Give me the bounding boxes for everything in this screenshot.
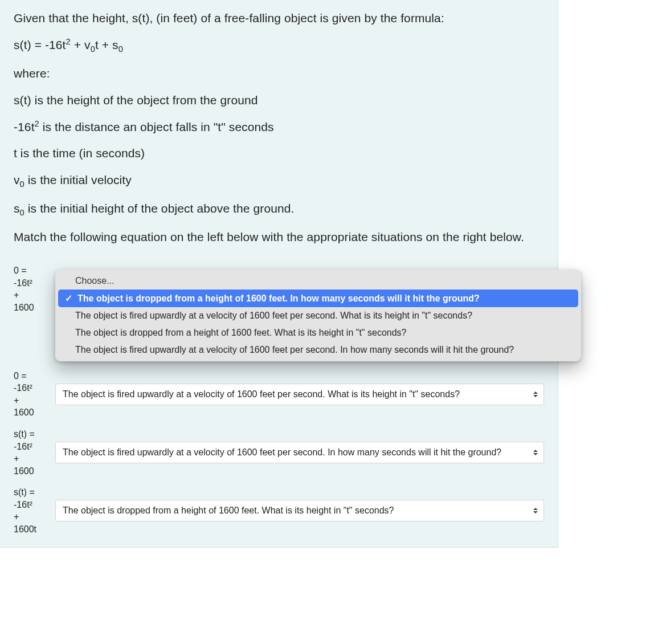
dropdown-option-label: The object is dropped from a height of 1… [75,328,406,338]
question-def-s0: s0 is the initial height of the object a… [14,201,544,219]
check-icon: ✓ [64,293,73,304]
question-formula: s(t) = -16t2 + v0t + s0 [14,36,544,55]
dropdown-option[interactable]: The object is fired upwardly at a veloci… [58,341,578,358]
question-def-v0: v0 is the initial velocity [14,172,544,190]
dropdown-option-label: Choose... [75,276,114,286]
dropdown-option-label: The object is dropped from a height of 1… [77,294,480,304]
match-row: s(t) = -16t² + 1600t The object is dropp… [14,486,544,535]
match-row: 0 = -16t² + 1600 Choose... ✓ The object … [14,264,544,313]
dropdown-select[interactable]: The object is fired upwardly at a veloci… [55,442,544,463]
question-intro: Given that the height, s(t), (in feet) o… [14,10,544,26]
matching-area: 0 = -16t² + 1600 Choose... ✓ The object … [14,264,544,536]
question-def-t: t is the time (in seconds) [14,145,544,161]
dropdown-option[interactable]: The object is dropped from a height of 1… [58,324,578,341]
question-panel: Given that the height, s(t), (in feet) o… [0,0,558,548]
dropdown-selected-value: The object is dropped from a height of 1… [63,506,394,516]
question-instruction: Match the following equation on the left… [14,229,544,245]
equation-label: 0 = -16t² + 1600 [14,370,45,419]
dropdown-option-placeholder[interactable]: Choose... [58,272,578,290]
chevron-updown-icon [533,508,538,513]
dropdown-selected-value: The object is fired upwardly at a veloci… [63,447,501,458]
dropdown-option[interactable]: The object is fired upwardly at a veloci… [58,307,578,324]
dropdown-selected-value: The object is fired upwardly at a veloci… [63,389,460,400]
question-where-label: where: [14,66,544,81]
equation-label: 0 = -16t² + 1600 [14,264,45,313]
question-text: Given that the height, s(t), (in feet) o… [14,10,544,245]
dropdown-menu[interactable]: Choose... ✓ The object is dropped from a… [55,270,581,361]
dropdown-select[interactable]: The object is dropped from a height of 1… [55,500,544,521]
equation-label: s(t) = -16t² + 1600 [14,428,45,477]
chevron-updown-icon [533,450,538,455]
question-def-s: s(t) is the height of the object from th… [14,92,544,108]
match-row: 0 = -16t² + 1600 The object is fired upw… [14,370,544,419]
equation-label: s(t) = -16t² + 1600t [14,486,45,535]
dropdown-select[interactable]: The object is fired upwardly at a veloci… [55,384,544,405]
question-def-16t2: -16t2 is the distance an object falls in… [14,119,544,135]
dropdown-option-label: The object is fired upwardly at a veloci… [75,345,514,355]
dropdown-option-selected[interactable]: ✓ The object is dropped from a height of… [58,290,578,307]
match-row: s(t) = -16t² + 1600 The object is fired … [14,428,544,477]
chevron-updown-icon [533,392,538,397]
dropdown-option-label: The object is fired upwardly at a veloci… [75,311,472,321]
